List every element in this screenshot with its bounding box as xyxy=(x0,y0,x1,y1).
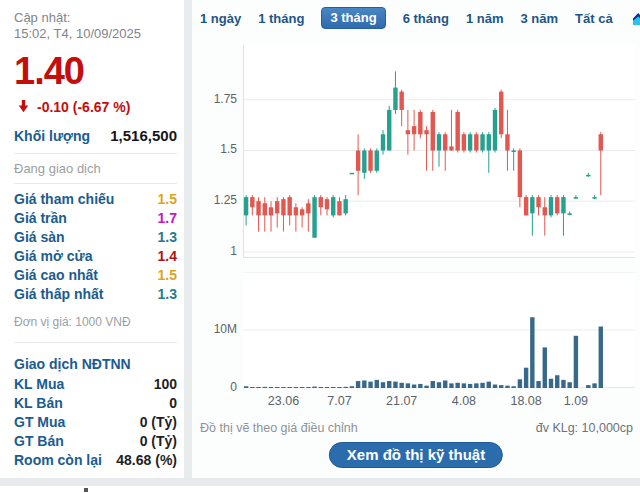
divider xyxy=(14,342,177,343)
row-label: Giá cao nhất xyxy=(14,267,98,283)
tab-3-years[interactable]: 3 năm xyxy=(520,11,558,26)
row-label: Giá thấp nhất xyxy=(14,286,103,302)
stock-quote-widget: Cập nhật: 15:02, T4, 10/09/2025 1.40 -0.… xyxy=(0,0,640,493)
period-tabs: 1 ngày 1 tháng 3 tháng 6 tháng 1 năm 3 n… xyxy=(200,6,640,30)
technical-chart-button[interactable]: Xem đồ thị kỹ thuật xyxy=(329,442,503,468)
axis-tick-label: 1 xyxy=(192,244,237,258)
volume-label: Khối lượng xyxy=(14,128,90,144)
price-change: -0.10 (-6.67 %) xyxy=(37,99,130,115)
axis-tick-label: 1.25 xyxy=(192,193,237,207)
update-label: Cập nhật: xyxy=(14,10,177,26)
last-price: 1.40 xyxy=(14,52,177,90)
axis-tick-label: 1.5 xyxy=(192,142,237,156)
adjusted-price-note: Đồ thị vẽ theo giá điều chỉnh xyxy=(200,421,358,435)
row-label: KL Bán xyxy=(14,395,63,411)
table-row-foreign-room-left: Room còn lại 48.68 (%) xyxy=(14,452,177,471)
row-label: Giá mở cửa xyxy=(14,248,92,264)
row-label: GT Mua xyxy=(14,414,65,430)
table-row-high-price: Giá cao nhất 1.5 xyxy=(14,267,177,286)
x-axis-tick-label: 18.08 xyxy=(510,394,541,408)
table-row-ceiling-price: Giá trần 1.7 xyxy=(14,210,177,229)
volume-row: Khối lượng 1,516,500 xyxy=(14,127,177,144)
tab-all[interactable]: Tất cả xyxy=(575,11,613,26)
area-chart-icon[interactable] xyxy=(632,10,640,26)
axis-tick-label: 10M xyxy=(192,322,237,336)
cutoff-content xyxy=(84,488,88,492)
price-info-table: Giá tham chiếu 1.5 Giá trần 1.7 Giá sàn … xyxy=(14,191,177,305)
table-row-low-price: Giá thấp nhất 1.3 xyxy=(14,286,177,305)
tab-3-months[interactable]: 3 tháng xyxy=(321,7,385,29)
row-value: 1.5 xyxy=(158,267,177,283)
row-label: GT Bán xyxy=(14,433,64,449)
axis-tick-label: 0 xyxy=(192,380,237,394)
row-value: 1.3 xyxy=(158,229,177,245)
row-value: 0 (Tỷ) xyxy=(140,414,177,430)
row-label: Giá trần xyxy=(14,210,67,226)
quote-summary-panel: Cập nhật: 15:02, T4, 10/09/2025 1.40 -0.… xyxy=(0,0,184,478)
volume-value: 1,516,500 xyxy=(110,127,177,144)
x-axis-tick-label: 4.08 xyxy=(452,394,476,408)
row-label: Giá sàn xyxy=(14,229,65,245)
x-axis-tick-label: 1.09 xyxy=(564,394,588,408)
row-value: 100 xyxy=(154,376,177,392)
divider xyxy=(14,183,177,184)
row-value: 48.68 (%) xyxy=(116,452,177,468)
table-row-foreign-buy-volume: KL Mua 100 xyxy=(14,376,177,395)
update-timestamp: 15:02, T4, 10/09/2025 xyxy=(14,26,177,42)
session-status: Đang giao dịch xyxy=(14,161,177,176)
candlestick-chart[interactable] xyxy=(243,45,635,258)
table-row-foreign-buy-value: GT Mua 0 (Tỷ) xyxy=(14,414,177,433)
row-value: 1.5 xyxy=(158,191,177,207)
table-row-floor-price: Giá sàn 1.3 xyxy=(14,229,177,248)
price-unit-note: Đơn vị giá: 1000 VNĐ xyxy=(14,315,177,329)
row-value: 1.7 xyxy=(158,210,177,226)
chart-panel: 1 ngày 1 tháng 3 tháng 6 tháng 1 năm 3 n… xyxy=(192,0,640,478)
row-value: 0 xyxy=(169,395,177,411)
foreign-trading-title: Giao dịch NĐTNN xyxy=(14,356,177,376)
table-row-foreign-sell-volume: KL Bán 0 xyxy=(14,395,177,414)
divider xyxy=(14,153,177,154)
tab-1-year[interactable]: 1 năm xyxy=(466,11,504,26)
table-row-open-price: Giá mở cửa 1.4 xyxy=(14,248,177,267)
section-separator xyxy=(0,478,640,486)
table-row-reference-price: Giá tham chiếu 1.5 xyxy=(14,191,177,210)
row-label: Giá tham chiếu xyxy=(14,191,114,207)
price-change-row: -0.10 (-6.67 %) xyxy=(14,99,177,115)
volume-unit-note: đv KLg: 10,000cp xyxy=(536,421,633,435)
row-label: KL Mua xyxy=(14,376,64,392)
x-axis-tick-label: 21.07 xyxy=(386,394,417,408)
panel-divider xyxy=(184,0,192,478)
foreign-trading-table: KL Mua 100 KL Bán 0 GT Mua 0 (Tỷ) GT Bán… xyxy=(14,376,177,471)
volume-chart[interactable] xyxy=(243,272,635,388)
x-axis-tick-label: 23.06 xyxy=(268,394,299,408)
row-label: Room còn lại xyxy=(14,452,102,468)
x-axis-tick-label: 7.07 xyxy=(327,394,351,408)
tab-6-months[interactable]: 6 tháng xyxy=(403,11,449,26)
table-row-foreign-sell-value: GT Bán 0 (Tỷ) xyxy=(14,433,177,452)
row-value: 0 (Tỷ) xyxy=(140,433,177,449)
tab-1-day[interactable]: 1 ngày xyxy=(200,11,241,26)
row-value: 1.3 xyxy=(158,286,177,302)
arrow-down-icon xyxy=(16,99,31,114)
axis-tick-label: 1.75 xyxy=(192,92,237,106)
row-value: 1.4 xyxy=(158,248,177,264)
tab-1-month[interactable]: 1 tháng xyxy=(258,11,304,26)
